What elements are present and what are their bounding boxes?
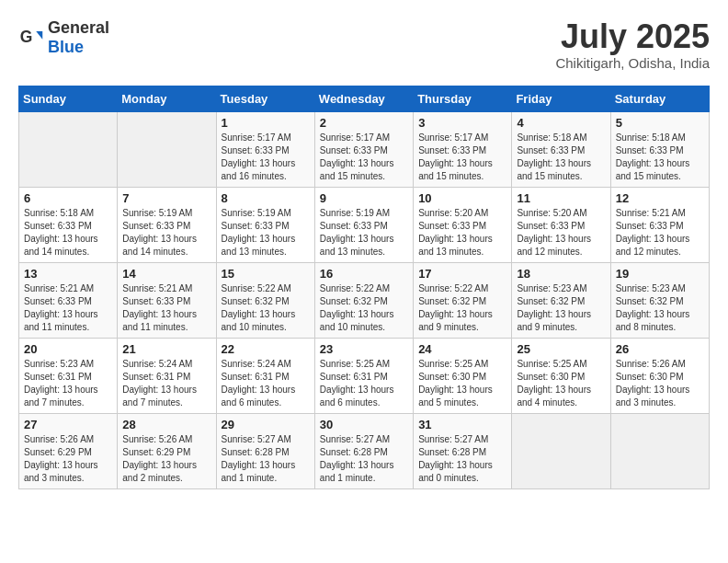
day-info: Sunrise: 5:18 AMSunset: 6:33 PMDaylight:… xyxy=(517,132,605,183)
day-info: Sunrise: 5:22 AMSunset: 6:32 PMDaylight:… xyxy=(320,282,408,334)
week-row-4: 20Sunrise: 5:23 AMSunset: 6:31 PMDayligh… xyxy=(19,338,710,413)
day-number: 20 xyxy=(24,342,112,356)
day-cell: 17Sunrise: 5:22 AMSunset: 6:32 PMDayligh… xyxy=(414,262,512,338)
day-cell: 28Sunrise: 5:26 AMSunset: 6:29 PMDayligh… xyxy=(118,413,216,488)
day-cell: 22Sunrise: 5:24 AMSunset: 6:31 PMDayligh… xyxy=(216,338,314,413)
day-cell: 9Sunrise: 5:19 AMSunset: 6:33 PMDaylight… xyxy=(314,187,413,262)
day-cell: 18Sunrise: 5:23 AMSunset: 6:32 PMDayligh… xyxy=(512,262,610,338)
day-number: 25 xyxy=(517,342,605,356)
day-cell: 5Sunrise: 5:18 AMSunset: 6:33 PMDaylight… xyxy=(610,111,709,187)
day-info: Sunrise: 5:23 AMSunset: 6:32 PMDaylight:… xyxy=(517,282,605,334)
day-info: Sunrise: 5:26 AMSunset: 6:29 PMDaylight:… xyxy=(24,433,112,485)
week-row-2: 6Sunrise: 5:18 AMSunset: 6:33 PMDaylight… xyxy=(19,187,710,262)
day-cell: 24Sunrise: 5:25 AMSunset: 6:30 PMDayligh… xyxy=(414,338,512,413)
day-number: 22 xyxy=(222,342,310,356)
day-cell xyxy=(118,111,216,187)
calendar-header: SundayMondayTuesdayWednesdayThursdayFrid… xyxy=(19,86,710,111)
month-title: July 2025 xyxy=(555,18,710,55)
day-cell: 29Sunrise: 5:27 AMSunset: 6:28 PMDayligh… xyxy=(216,413,314,488)
day-header-sunday: Sunday xyxy=(19,86,118,111)
day-info: Sunrise: 5:18 AMSunset: 6:33 PMDaylight:… xyxy=(24,207,112,259)
day-number: 13 xyxy=(24,267,112,281)
day-info: Sunrise: 5:26 AMSunset: 6:30 PMDaylight:… xyxy=(616,358,704,409)
day-number: 5 xyxy=(616,116,704,130)
day-number: 14 xyxy=(122,267,210,281)
day-cell: 15Sunrise: 5:22 AMSunset: 6:32 PMDayligh… xyxy=(216,262,314,338)
day-cell: 14Sunrise: 5:21 AMSunset: 6:33 PMDayligh… xyxy=(118,262,216,338)
day-number: 3 xyxy=(418,116,506,130)
day-cell: 8Sunrise: 5:19 AMSunset: 6:33 PMDaylight… xyxy=(216,187,314,262)
week-row-1: 1Sunrise: 5:17 AMSunset: 6:33 PMDaylight… xyxy=(19,111,710,187)
day-number: 28 xyxy=(122,418,210,431)
day-info: Sunrise: 5:25 AMSunset: 6:30 PMDaylight:… xyxy=(418,358,506,409)
day-cell: 3Sunrise: 5:17 AMSunset: 6:33 PMDaylight… xyxy=(414,111,512,187)
header: G General Blue July 2025 Chikitigarh, Od… xyxy=(18,18,710,71)
day-info: Sunrise: 5:21 AMSunset: 6:33 PMDaylight:… xyxy=(24,282,112,334)
day-number: 12 xyxy=(616,191,704,205)
day-number: 1 xyxy=(222,116,310,130)
day-cell: 7Sunrise: 5:19 AMSunset: 6:33 PMDaylight… xyxy=(118,187,216,262)
day-info: Sunrise: 5:25 AMSunset: 6:31 PMDaylight:… xyxy=(320,358,408,409)
day-cell: 19Sunrise: 5:23 AMSunset: 6:32 PMDayligh… xyxy=(610,262,709,338)
day-info: Sunrise: 5:23 AMSunset: 6:31 PMDaylight:… xyxy=(24,358,112,409)
day-number: 6 xyxy=(24,191,112,205)
day-cell: 20Sunrise: 5:23 AMSunset: 6:31 PMDayligh… xyxy=(19,338,118,413)
calendar-body: 1Sunrise: 5:17 AMSunset: 6:33 PMDaylight… xyxy=(19,111,710,488)
day-info: Sunrise: 5:22 AMSunset: 6:32 PMDaylight:… xyxy=(418,282,506,334)
day-header-saturday: Saturday xyxy=(610,86,709,111)
day-cell: 31Sunrise: 5:27 AMSunset: 6:28 PMDayligh… xyxy=(414,413,512,488)
day-cell: 12Sunrise: 5:21 AMSunset: 6:33 PMDayligh… xyxy=(610,187,709,262)
day-cell xyxy=(512,413,610,488)
day-header-friday: Friday xyxy=(512,86,610,111)
day-cell: 26Sunrise: 5:26 AMSunset: 6:30 PMDayligh… xyxy=(610,338,709,413)
day-number: 15 xyxy=(222,267,310,281)
day-number: 4 xyxy=(517,116,605,130)
day-number: 18 xyxy=(517,267,605,281)
day-info: Sunrise: 5:18 AMSunset: 6:33 PMDaylight:… xyxy=(616,132,704,183)
day-info: Sunrise: 5:19 AMSunset: 6:33 PMDaylight:… xyxy=(122,207,210,259)
day-info: Sunrise: 5:20 AMSunset: 6:33 PMDaylight:… xyxy=(418,207,506,259)
day-info: Sunrise: 5:25 AMSunset: 6:30 PMDaylight:… xyxy=(517,358,605,409)
day-cell: 11Sunrise: 5:20 AMSunset: 6:33 PMDayligh… xyxy=(512,187,610,262)
day-cell: 16Sunrise: 5:22 AMSunset: 6:32 PMDayligh… xyxy=(314,262,413,338)
day-info: Sunrise: 5:27 AMSunset: 6:28 PMDaylight:… xyxy=(222,433,310,485)
week-row-5: 27Sunrise: 5:26 AMSunset: 6:29 PMDayligh… xyxy=(19,413,710,488)
day-cell xyxy=(19,111,118,187)
day-cell xyxy=(610,413,709,488)
logo-general-text: General xyxy=(48,18,109,37)
day-cell: 25Sunrise: 5:25 AMSunset: 6:30 PMDayligh… xyxy=(512,338,610,413)
day-number: 9 xyxy=(320,191,408,205)
day-info: Sunrise: 5:26 AMSunset: 6:29 PMDaylight:… xyxy=(122,433,210,485)
svg-marker-1 xyxy=(36,31,42,40)
location-title: Chikitigarh, Odisha, India xyxy=(555,55,710,71)
day-number: 2 xyxy=(320,116,408,130)
day-number: 19 xyxy=(616,267,704,281)
day-info: Sunrise: 5:21 AMSunset: 6:33 PMDaylight:… xyxy=(122,282,210,334)
day-cell: 30Sunrise: 5:27 AMSunset: 6:28 PMDayligh… xyxy=(314,413,413,488)
svg-text:G: G xyxy=(20,28,33,46)
day-info: Sunrise: 5:21 AMSunset: 6:33 PMDaylight:… xyxy=(616,207,704,259)
day-number: 27 xyxy=(24,418,112,431)
day-header-thursday: Thursday xyxy=(414,86,512,111)
day-number: 16 xyxy=(320,267,408,281)
day-info: Sunrise: 5:17 AMSunset: 6:33 PMDaylight:… xyxy=(320,132,408,183)
day-cell: 4Sunrise: 5:18 AMSunset: 6:33 PMDaylight… xyxy=(512,111,610,187)
title-area: July 2025 Chikitigarh, Odisha, India xyxy=(555,18,710,71)
day-info: Sunrise: 5:24 AMSunset: 6:31 PMDaylight:… xyxy=(122,358,210,409)
logo-blue-text: Blue xyxy=(48,38,84,56)
day-number: 31 xyxy=(418,418,506,431)
day-info: Sunrise: 5:27 AMSunset: 6:28 PMDaylight:… xyxy=(320,433,408,485)
day-number: 17 xyxy=(418,267,506,281)
day-cell: 1Sunrise: 5:17 AMSunset: 6:33 PMDaylight… xyxy=(216,111,314,187)
day-info: Sunrise: 5:27 AMSunset: 6:28 PMDaylight:… xyxy=(418,433,506,485)
day-cell: 21Sunrise: 5:24 AMSunset: 6:31 PMDayligh… xyxy=(118,338,216,413)
day-cell: 10Sunrise: 5:20 AMSunset: 6:33 PMDayligh… xyxy=(414,187,512,262)
day-info: Sunrise: 5:22 AMSunset: 6:32 PMDaylight:… xyxy=(222,282,310,334)
logo-icon: G xyxy=(18,25,44,51)
day-info: Sunrise: 5:19 AMSunset: 6:33 PMDaylight:… xyxy=(320,207,408,259)
day-cell: 13Sunrise: 5:21 AMSunset: 6:33 PMDayligh… xyxy=(19,262,118,338)
day-header-wednesday: Wednesday xyxy=(314,86,413,111)
day-info: Sunrise: 5:24 AMSunset: 6:31 PMDaylight:… xyxy=(222,358,310,409)
days-of-week-row: SundayMondayTuesdayWednesdayThursdayFrid… xyxy=(19,86,710,111)
day-info: Sunrise: 5:20 AMSunset: 6:33 PMDaylight:… xyxy=(517,207,605,259)
